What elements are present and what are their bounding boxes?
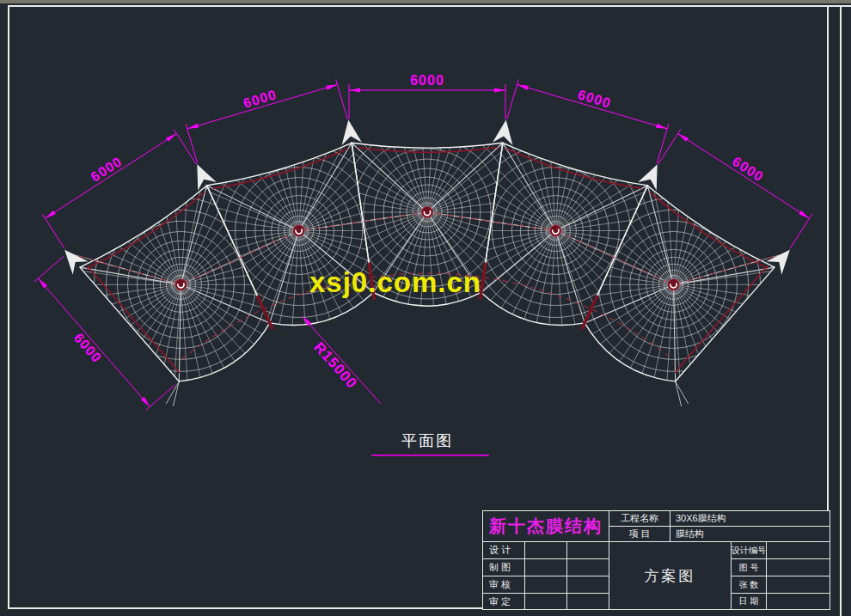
sheet-right-rule [840, 5, 842, 616]
empty-cell [567, 542, 609, 558]
checker-label: 审 核 [483, 576, 524, 593]
date-label: 日 期 [732, 594, 766, 609]
empty-cell [525, 559, 566, 576]
cad-viewport: 600060006000600060006000R15000 xsj0.com.… [0, 0, 851, 616]
plan-label-underline [371, 454, 489, 456]
company-name: 新十杰膜结构 [483, 511, 609, 541]
empty-cell [767, 559, 830, 576]
empty-cell [767, 576, 830, 593]
empty-cell [525, 576, 566, 593]
drawing-title: 方案图 [609, 542, 731, 609]
empty-cell [567, 559, 609, 576]
sheet-count-label: 张 数 [732, 576, 766, 593]
empty-cell [525, 542, 566, 558]
project-name-label: 工程名称 [609, 511, 670, 526]
watermark-text: xsj0.com.cn [309, 266, 481, 299]
project-name-value: 30X6膜结构 [670, 511, 830, 526]
title-block: 新十杰膜结构 工程名称 30X6膜结构 项 目 膜结构 设 计 方案图 设计编号… [482, 510, 830, 610]
designer-label: 设 计 [483, 542, 524, 558]
drawing-number-label: 图 号 [732, 559, 766, 576]
design-number-label: 设计编号 [732, 542, 766, 558]
empty-cell [767, 594, 830, 609]
item-label: 项 目 [609, 527, 670, 541]
approver-label: 审 定 [483, 594, 524, 609]
empty-cell [567, 576, 609, 593]
item-value: 膜结构 [670, 527, 830, 541]
empty-cell [767, 542, 830, 558]
plan-view-label: 平面图 [376, 430, 479, 451]
empty-cell [567, 594, 609, 609]
drafter-label: 制 图 [483, 559, 524, 576]
empty-cell [525, 594, 566, 609]
window-top-edge [0, 0, 851, 3]
